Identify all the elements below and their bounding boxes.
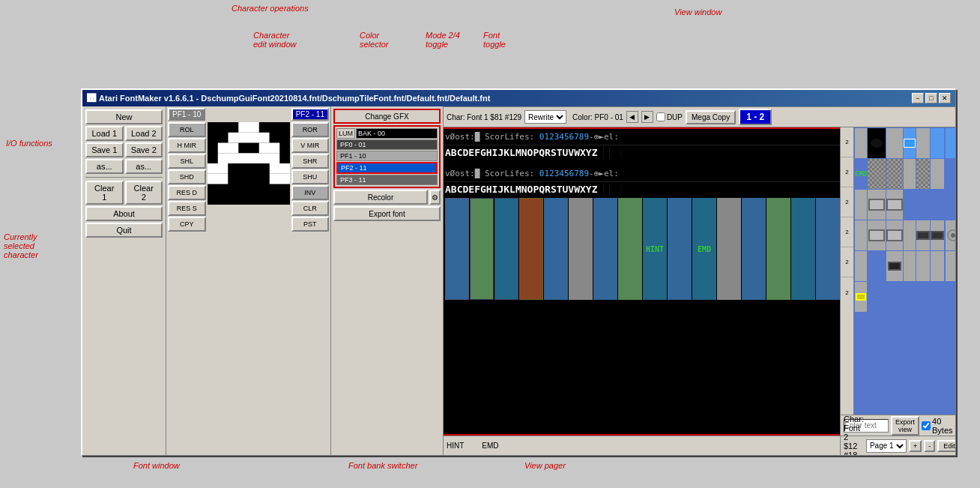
view-tile[interactable] bbox=[946, 251, 955, 281]
recolor-icon-button[interactable]: ⚙ bbox=[429, 190, 441, 205]
pf211-label[interactable]: PF2 - 11 bbox=[336, 162, 438, 174]
view-tile[interactable] bbox=[886, 282, 903, 312]
view-tile-blue[interactable] bbox=[946, 128, 955, 158]
clr-button[interactable]: CLR bbox=[291, 201, 330, 216]
view-tile[interactable] bbox=[868, 190, 886, 220]
color-right-button[interactable]: ▶ bbox=[641, 111, 653, 123]
export-view-button[interactable]: Export view bbox=[891, 416, 919, 436]
view-tile[interactable] bbox=[916, 251, 930, 281]
pf2-button[interactable]: PF2 - 11 bbox=[291, 108, 329, 121]
view-tile[interactable] bbox=[904, 251, 916, 281]
view-tile[interactable] bbox=[904, 190, 916, 220]
clear2-button[interactable]: Clear 2 bbox=[125, 181, 163, 205]
res-d-button[interactable]: RES D bbox=[168, 185, 206, 200]
view-tile-grid[interactable]: EMD bbox=[854, 127, 955, 415]
view-tile-selected[interactable] bbox=[855, 282, 867, 312]
annotation-currently-selected: Currentlyselectedcharacter bbox=[4, 232, 38, 259]
maximize-button[interactable]: □ bbox=[925, 93, 937, 103]
view-tile[interactable] bbox=[904, 159, 916, 189]
pf1-button[interactable]: PF1 - 10 bbox=[168, 108, 205, 121]
rol-button[interactable]: ROL bbox=[168, 122, 206, 137]
view-tile[interactable] bbox=[931, 159, 944, 189]
close-button[interactable]: ✕ bbox=[939, 93, 951, 103]
pf110-label[interactable]: PF1 - 10 bbox=[336, 151, 438, 161]
view-tile[interactable] bbox=[931, 282, 944, 312]
view-tile[interactable] bbox=[868, 220, 886, 250]
dup-checkbox[interactable] bbox=[656, 112, 665, 121]
page-minus-button[interactable]: - bbox=[924, 440, 935, 452]
view-tile-blue[interactable] bbox=[946, 159, 955, 189]
bytes-checkbox-row: 40 Bytes bbox=[922, 417, 953, 435]
view-tile[interactable] bbox=[855, 220, 867, 250]
view-tile-blue[interactable] bbox=[931, 128, 944, 158]
quit-button[interactable]: Quit bbox=[85, 223, 163, 238]
shu-button[interactable]: SHU bbox=[291, 169, 330, 184]
view-tile[interactable] bbox=[868, 282, 886, 312]
cpy-button[interactable]: CPY bbox=[168, 217, 206, 232]
change-gfx-button[interactable]: Change GFX bbox=[333, 109, 441, 124]
view-tile[interactable] bbox=[886, 128, 903, 158]
shd-button[interactable]: SHD bbox=[168, 169, 206, 184]
annotation-view-pager: View pager bbox=[524, 461, 566, 470]
v-mir-button[interactable]: V MIR bbox=[291, 138, 330, 153]
shl-button[interactable]: SHL bbox=[168, 154, 206, 169]
view-tile-blue[interactable] bbox=[904, 128, 916, 158]
view-tile[interactable] bbox=[946, 220, 955, 250]
pf001-label[interactable]: PF0 - 01 bbox=[336, 139, 438, 150]
char-canvas[interactable] bbox=[208, 122, 290, 232]
view-tile[interactable] bbox=[916, 282, 930, 312]
shr-button[interactable]: SHR bbox=[291, 154, 330, 169]
as2-button[interactable]: as... bbox=[125, 159, 163, 174]
res-s-button[interactable]: RES S bbox=[168, 201, 206, 216]
view-tile[interactable] bbox=[868, 159, 886, 189]
h-mir-button[interactable]: H MIR bbox=[168, 138, 206, 153]
pst-button[interactable]: PST bbox=[291, 217, 330, 232]
view-tile[interactable] bbox=[931, 190, 944, 220]
char-pixel-editor[interactable] bbox=[208, 122, 290, 205]
view-tile[interactable] bbox=[916, 190, 930, 220]
ror-button[interactable]: ROR bbox=[291, 122, 330, 137]
view-tile[interactable] bbox=[916, 220, 930, 250]
about-button[interactable]: About bbox=[85, 206, 163, 221]
save2-button[interactable]: Save 2 bbox=[125, 142, 163, 157]
minimize-button[interactable]: − bbox=[912, 93, 924, 103]
view-tile[interactable] bbox=[855, 128, 867, 158]
inv-button[interactable]: INV bbox=[291, 185, 330, 200]
load2-button[interactable]: Load 2 bbox=[125, 126, 163, 141]
page-plus-button[interactable]: + bbox=[909, 440, 922, 452]
view-tile[interactable] bbox=[868, 128, 886, 158]
mega-copy-button[interactable]: Mega Copy bbox=[686, 110, 736, 124]
view-tile[interactable] bbox=[855, 190, 867, 220]
clear1-button[interactable]: Clear 1 bbox=[85, 181, 124, 205]
view-tile[interactable] bbox=[946, 282, 955, 312]
save1-button[interactable]: Save 1 bbox=[85, 142, 124, 157]
view-tile[interactable] bbox=[916, 128, 930, 158]
recolor-button[interactable]: Recolor bbox=[333, 190, 428, 205]
view-tile[interactable] bbox=[946, 190, 955, 220]
view-tile[interactable] bbox=[904, 220, 916, 250]
view-tile[interactable] bbox=[916, 159, 930, 189]
page-select[interactable]: Page 1 bbox=[866, 439, 907, 453]
mode-button[interactable]: 1 - 2 bbox=[739, 109, 772, 125]
view-tile[interactable] bbox=[855, 251, 867, 281]
view-tile[interactable] bbox=[904, 282, 916, 312]
rewrite-select[interactable]: Rewrite bbox=[524, 110, 566, 124]
view-tile[interactable] bbox=[931, 220, 944, 250]
view-tile[interactable] bbox=[931, 251, 944, 281]
bytes-checkbox[interactable] bbox=[922, 421, 931, 430]
view-tile[interactable] bbox=[868, 251, 886, 281]
bak00-label[interactable]: BAK - 00 bbox=[356, 128, 438, 139]
edit-button[interactable]: Edit bbox=[937, 440, 955, 452]
view-tile[interactable] bbox=[886, 190, 903, 220]
view-tile[interactable] bbox=[886, 159, 903, 189]
view-tile[interactable] bbox=[886, 220, 903, 250]
pf311-label[interactable]: PF3 - 11 bbox=[336, 175, 438, 185]
view-tile[interactable] bbox=[886, 251, 903, 281]
annotation-io-functions: I/O functions bbox=[6, 139, 52, 148]
load1-button[interactable]: Load 1 bbox=[85, 126, 124, 141]
color-left-button[interactable]: ◀ bbox=[626, 111, 638, 123]
export-font-button[interactable]: Export font bbox=[333, 206, 441, 221]
view-tile-emd[interactable]: EMD bbox=[855, 159, 867, 189]
new-button[interactable]: New bbox=[85, 109, 163, 124]
as1-button[interactable]: as... bbox=[85, 159, 124, 174]
